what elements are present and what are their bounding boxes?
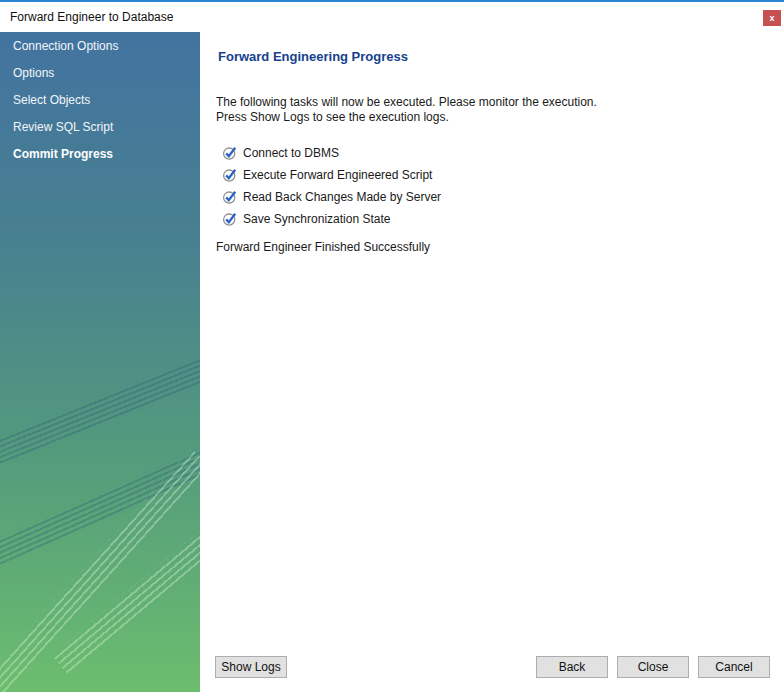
task-list: Connect to DBMS Execute Forward Engineer…	[222, 142, 784, 230]
description-text: The following tasks will now be executed…	[216, 95, 784, 125]
wizard-step-label: Commit Progress	[13, 147, 113, 161]
wizard-step-label: Review SQL Script	[13, 120, 113, 134]
task-label: Execute Forward Engineered Script	[243, 168, 432, 182]
window-title: Forward Engineer to Database	[10, 10, 173, 24]
task-done-check-icon	[222, 145, 238, 161]
wizard-step-label: Connection Options	[13, 39, 118, 53]
status-message: Forward Engineer Finished Successfully	[216, 240, 784, 254]
close-window-button[interactable]: x	[763, 10, 781, 26]
task-done-check-icon	[222, 189, 238, 205]
description-line-2: Press Show Logs to see the execution log…	[216, 110, 784, 125]
wizard-step-label: Select Objects	[13, 93, 90, 107]
cancel-button[interactable]: Cancel	[698, 656, 770, 678]
close-button[interactable]: Close	[617, 656, 689, 678]
titlebar: Forward Engineer to Database x	[0, 2, 784, 32]
task-label: Connect to DBMS	[243, 146, 339, 160]
wizard-step-sidebar: Connection Options Options Select Object…	[0, 32, 200, 692]
main-content: Forward Engineering Progress The followi…	[200, 32, 784, 692]
wizard-step-item[interactable]: Select Objects	[0, 86, 200, 113]
wizard-step-item[interactable]: Options	[0, 59, 200, 86]
task-done-check-icon	[222, 167, 238, 183]
wizard-step-item[interactable]: Review SQL Script	[0, 113, 200, 140]
forward-engineer-dialog: Forward Engineer to Database x Connectio…	[0, 0, 784, 692]
wizard-step-label: Options	[13, 66, 54, 80]
wizard-step-list: Connection Options Options Select Object…	[0, 32, 200, 167]
task-row: Read Back Changes Made by Server	[222, 186, 784, 208]
task-row: Execute Forward Engineered Script	[222, 164, 784, 186]
close-icon: x	[769, 14, 774, 23]
page-title: Forward Engineering Progress	[218, 49, 784, 64]
task-label: Read Back Changes Made by Server	[243, 190, 441, 204]
wizard-step-item[interactable]: Commit Progress	[0, 140, 200, 167]
description-line-1: The following tasks will now be executed…	[216, 95, 784, 110]
task-row: Save Synchronization State	[222, 208, 784, 230]
show-logs-button[interactable]: Show Logs	[215, 656, 287, 678]
task-row: Connect to DBMS	[222, 142, 784, 164]
task-label: Save Synchronization State	[243, 212, 390, 226]
dialog-body: Connection Options Options Select Object…	[0, 32, 784, 692]
back-button[interactable]: Back	[536, 656, 608, 678]
task-done-check-icon	[222, 211, 238, 227]
wizard-step-item[interactable]: Connection Options	[0, 32, 200, 59]
